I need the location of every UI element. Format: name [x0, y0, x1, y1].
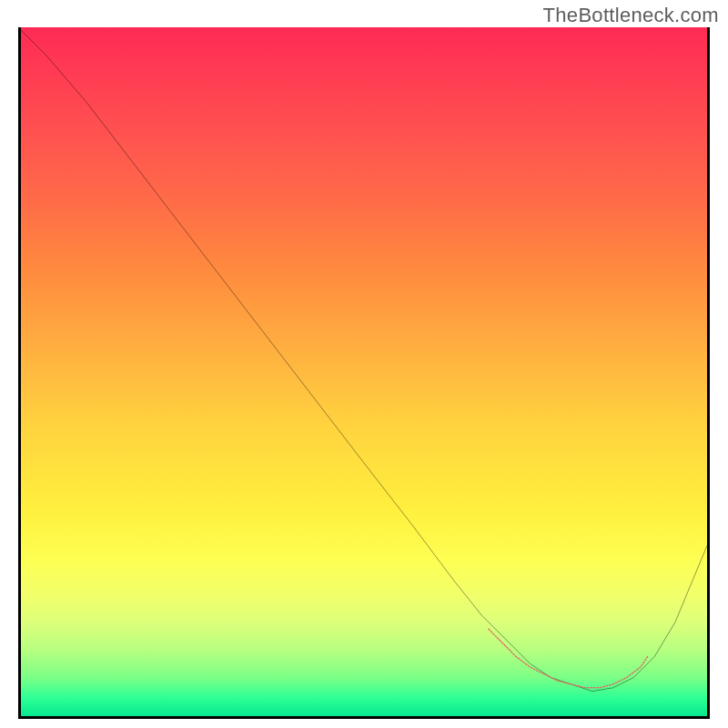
axis-bottom [18, 716, 710, 719]
bottleneck-curve [18, 27, 710, 692]
optimal-range-markers [489, 629, 648, 688]
watermark-text: TheBottleneck.com [543, 4, 719, 27]
axis-left [18, 27, 21, 719]
curve-layer [18, 27, 710, 719]
chart-canvas: TheBottleneck.com [0, 0, 728, 728]
axis-right [707, 27, 710, 719]
plot-area [18, 27, 710, 719]
